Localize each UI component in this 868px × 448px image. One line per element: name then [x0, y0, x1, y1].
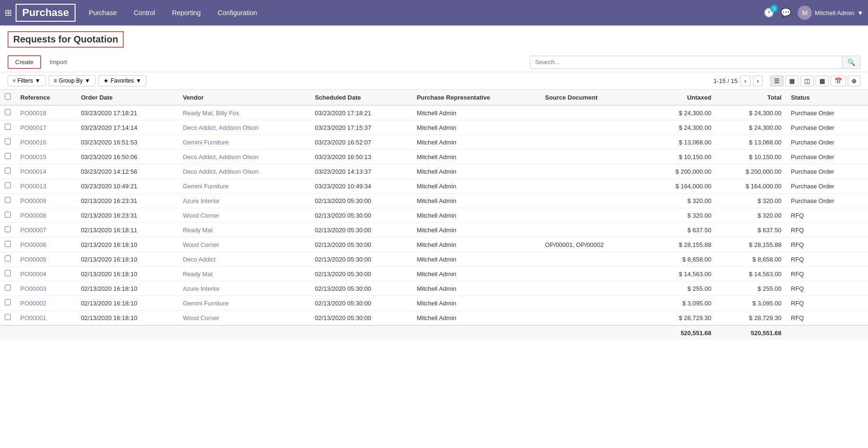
- table-row[interactable]: PO00006 02/13/2020 16:18:10 Wood Corner …: [0, 237, 868, 252]
- row-vendor[interactable]: Deco Addict, Addison Olson: [178, 150, 310, 164]
- row-checkbox[interactable]: [5, 211, 11, 218]
- row-reference[interactable]: PO00013: [16, 179, 76, 194]
- pivot-view-button[interactable]: ⊕: [848, 76, 860, 86]
- row-checkbox-cell[interactable]: [0, 237, 16, 252]
- row-reference[interactable]: PO00015: [16, 150, 76, 164]
- row-reference[interactable]: PO00004: [16, 267, 76, 281]
- brand-logo[interactable]: Purchase: [16, 4, 76, 22]
- col-order-date[interactable]: Order Date: [76, 90, 178, 105]
- row-checkbox-cell[interactable]: [0, 194, 16, 208]
- table-row[interactable]: PO00017 03/23/2020 17:14:14 Deco Addict,…: [0, 120, 868, 135]
- row-checkbox-cell[interactable]: [0, 164, 16, 179]
- row-checkbox-cell[interactable]: [0, 281, 16, 296]
- favorites-button[interactable]: ★ Favorites ▼: [98, 75, 146, 86]
- nav-control[interactable]: Control: [130, 7, 159, 18]
- grid-view-button[interactable]: ◫: [800, 76, 814, 86]
- table-row[interactable]: PO00003 02/13/2020 16:18:10 Azure Interi…: [0, 281, 868, 296]
- calendar-view-button[interactable]: 📅: [831, 76, 846, 86]
- row-reference[interactable]: PO00001: [16, 311, 76, 326]
- table-row[interactable]: PO00016 03/23/2020 16:51:53 Gemini Furni…: [0, 135, 868, 150]
- row-checkbox[interactable]: [5, 168, 11, 174]
- row-checkbox[interactable]: [5, 124, 11, 130]
- nav-purchase[interactable]: Purchase: [85, 7, 120, 18]
- row-reference[interactable]: PO00018: [16, 105, 76, 120]
- row-reference[interactable]: PO00014: [16, 164, 76, 179]
- row-checkbox-cell[interactable]: [0, 105, 16, 120]
- row-checkbox[interactable]: [5, 182, 11, 188]
- table-row[interactable]: PO00004 02/13/2020 16:18:10 Ready Mat 02…: [0, 267, 868, 281]
- row-checkbox[interactable]: [5, 153, 11, 159]
- table-row[interactable]: PO00005 02/13/2020 16:18:10 Deco Addict …: [0, 252, 868, 267]
- row-checkbox-cell[interactable]: [0, 252, 16, 267]
- clock-icon[interactable]: 🕐 9: [764, 8, 774, 18]
- row-checkbox[interactable]: [5, 226, 11, 232]
- table-row[interactable]: PO00018 03/23/2020 17:18:21 Ready Mat, B…: [0, 105, 868, 120]
- row-vendor[interactable]: Deco Addict: [178, 252, 310, 267]
- table-row[interactable]: PO00015 03/23/2020 16:50:06 Deco Addict,…: [0, 150, 868, 164]
- kanban-view-button[interactable]: ▦: [785, 76, 799, 86]
- row-checkbox-cell[interactable]: [0, 120, 16, 135]
- row-reference[interactable]: PO00007: [16, 223, 76, 237]
- prev-page-button[interactable]: ‹: [740, 76, 750, 86]
- grid-icon[interactable]: ⊞: [5, 8, 12, 18]
- row-reference[interactable]: PO00017: [16, 120, 76, 135]
- col-total[interactable]: Total: [716, 90, 786, 105]
- row-vendor[interactable]: Gemini Furniture: [178, 135, 310, 150]
- list-view-button[interactable]: ☰: [770, 76, 783, 86]
- next-page-button[interactable]: ›: [753, 76, 763, 86]
- chart-view-button[interactable]: ▩: [816, 76, 829, 86]
- row-checkbox[interactable]: [5, 241, 11, 247]
- row-checkbox[interactable]: [5, 197, 11, 203]
- row-vendor[interactable]: Wood Corner: [178, 208, 310, 223]
- row-checkbox-cell[interactable]: [0, 267, 16, 281]
- col-vendor[interactable]: Vendor: [178, 90, 310, 105]
- col-reference[interactable]: Reference: [16, 90, 76, 105]
- col-source-doc[interactable]: Source Document: [540, 90, 646, 105]
- table-row[interactable]: PO00009 02/13/2020 16:23:31 Azure Interi…: [0, 194, 868, 208]
- row-vendor[interactable]: Gemini Furniture: [178, 296, 310, 311]
- table-row[interactable]: PO00002 02/13/2020 16:18:10 Gemini Furni…: [0, 296, 868, 311]
- table-row[interactable]: PO00013 03/23/2020 10:49:21 Gemini Furni…: [0, 179, 868, 194]
- row-vendor[interactable]: Azure Interior: [178, 281, 310, 296]
- create-button[interactable]: Create: [8, 55, 41, 69]
- row-checkbox[interactable]: [5, 255, 11, 262]
- row-checkbox-cell[interactable]: [0, 179, 16, 194]
- col-scheduled-date[interactable]: Scheduled Date: [310, 90, 412, 105]
- row-vendor[interactable]: Ready Mat, Billy Fox: [178, 105, 310, 120]
- row-vendor[interactable]: Deco Addict, Addison Olson: [178, 120, 310, 135]
- row-checkbox[interactable]: [5, 109, 11, 115]
- select-all-header[interactable]: [0, 90, 16, 105]
- row-vendor[interactable]: Azure Interior: [178, 194, 310, 208]
- row-vendor[interactable]: Deco Addict, Addison Olson: [178, 164, 310, 179]
- row-checkbox-cell[interactable]: [0, 296, 16, 311]
- col-untaxed[interactable]: Untaxed: [646, 90, 716, 105]
- table-row[interactable]: PO00001 02/13/2020 16:18:10 Wood Corner …: [0, 311, 868, 326]
- row-reference[interactable]: PO00002: [16, 296, 76, 311]
- row-checkbox-cell[interactable]: [0, 223, 16, 237]
- row-vendor[interactable]: Wood Corner: [178, 237, 310, 252]
- user-menu[interactable]: M Mitchell Admin ▼: [798, 6, 863, 20]
- row-reference[interactable]: PO00006: [16, 237, 76, 252]
- col-purchase-rep[interactable]: Purchase Representative: [412, 90, 540, 105]
- row-checkbox[interactable]: [5, 270, 11, 276]
- table-row[interactable]: PO00008 02/13/2020 16:23:31 Wood Corner …: [0, 208, 868, 223]
- chat-icon[interactable]: 💬: [781, 8, 791, 18]
- filters-button[interactable]: ▿ Filters ▼: [8, 75, 46, 86]
- group-by-button[interactable]: ≡ Group By ▼: [49, 75, 96, 86]
- row-checkbox[interactable]: [5, 299, 11, 305]
- row-checkbox-cell[interactable]: [0, 311, 16, 326]
- table-row[interactable]: PO00014 03/23/2020 14:12:56 Deco Addict,…: [0, 164, 868, 179]
- row-checkbox[interactable]: [5, 314, 11, 320]
- import-button[interactable]: Import: [45, 56, 72, 68]
- row-vendor[interactable]: Ready Mat: [178, 267, 310, 281]
- row-vendor[interactable]: Gemini Furniture: [178, 179, 310, 194]
- search-button[interactable]: 🔍: [842, 56, 860, 68]
- row-checkbox-cell[interactable]: [0, 135, 16, 150]
- row-checkbox-cell[interactable]: [0, 150, 16, 164]
- row-checkbox[interactable]: [5, 285, 11, 291]
- row-reference[interactable]: PO00008: [16, 208, 76, 223]
- row-checkbox[interactable]: [5, 138, 11, 144]
- row-checkbox-cell[interactable]: [0, 208, 16, 223]
- search-input[interactable]: [530, 56, 842, 68]
- row-reference[interactable]: PO00003: [16, 281, 76, 296]
